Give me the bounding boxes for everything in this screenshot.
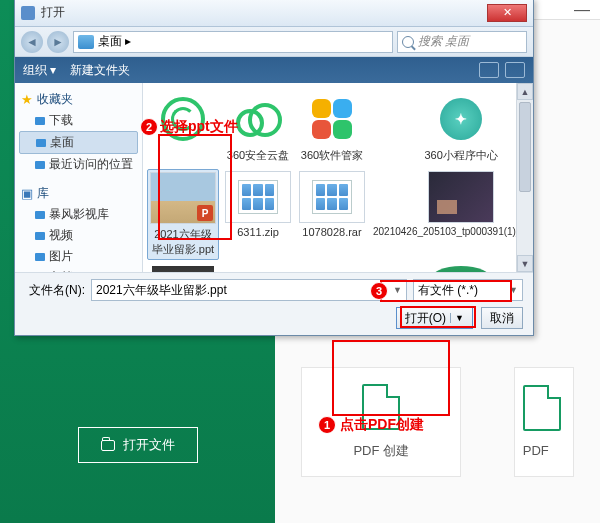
file-item-cut[interactable] — [223, 264, 293, 272]
file-item[interactable]: 20210426_205103_tp000391(1)_0.mp4 — [371, 169, 516, 260]
lib-icon — [35, 253, 45, 261]
nav-back-icon[interactable]: ◄ — [21, 31, 43, 53]
star-icon: ★ — [21, 92, 33, 107]
breadcrumb[interactable]: 桌面 ▸ — [73, 31, 393, 53]
scroll-down-icon[interactable]: ▼ — [517, 255, 533, 272]
sidebar-favorites[interactable]: ★收藏夹 — [19, 89, 138, 110]
file-item-cut[interactable] — [297, 264, 367, 272]
open-file-label: 打开文件 — [123, 436, 175, 454]
open-file-button[interactable]: 打开文件 — [78, 427, 198, 463]
dialog-icon — [21, 6, 35, 20]
sidebar-fav-label: 收藏夹 — [37, 91, 73, 108]
file-label: 6311.zip — [237, 226, 279, 238]
manager-icon — [312, 99, 352, 139]
pdf-icon — [523, 385, 561, 431]
sidebar-item-label: 暴风影视库 — [49, 206, 109, 223]
annotation-box-open — [400, 306, 476, 328]
dialog-titlebar[interactable]: 打开 ✕ — [15, 0, 533, 27]
sidebar-item-desktop[interactable]: 桌面 — [19, 131, 138, 154]
file-item[interactable]: ✦360小程序中心 — [371, 91, 516, 165]
desktop-small-icon — [36, 139, 46, 147]
pdf-create-label: PDF 创建 — [353, 442, 409, 460]
annotation-3: 3 — [370, 282, 388, 300]
sidebar-item-label: 图片 — [49, 248, 73, 265]
file-label: 360小程序中心 — [424, 148, 497, 163]
dialog-toolbar: 组织 ▾ 新建文件夹 — [15, 57, 533, 83]
file-item-cut[interactable] — [147, 264, 219, 272]
sidebar-item-label: 视频 — [49, 227, 73, 244]
window-controls: ✕ — [487, 4, 527, 22]
library-icon: ▣ — [21, 186, 33, 201]
close-button[interactable]: ✕ — [487, 4, 527, 22]
annotation-box-card — [332, 340, 450, 416]
cancel-button[interactable]: 取消 — [481, 307, 523, 329]
breadcrumb-text: 桌面 ▸ — [98, 33, 131, 50]
filename-label: 文件名(N): — [25, 282, 85, 299]
folder-icon — [101, 440, 115, 451]
download-icon — [35, 117, 45, 125]
sidebar-item-pictures[interactable]: 图片 — [19, 246, 138, 267]
annotation-box-filter — [380, 280, 512, 302]
video-thumb — [429, 172, 493, 222]
sidebar-item-videos[interactable]: 视频 — [19, 225, 138, 246]
annotation-1-text: 点击PDF创建 — [340, 416, 424, 434]
cloud-icon — [234, 101, 282, 137]
sidebar-libs-label: 库 — [37, 185, 49, 202]
file-label: 360软件管家 — [301, 148, 363, 163]
annotation-2: 2 选择ppt文件 — [140, 118, 238, 136]
sidebar-libraries[interactable]: ▣库 — [19, 183, 138, 204]
scroll-thumb[interactable] — [519, 102, 531, 192]
file-item-cut[interactable] — [371, 264, 516, 272]
organize-button[interactable]: 组织 ▾ — [23, 62, 56, 79]
dialog-nav: ◄ ► 桌面 ▸ 搜索 桌面 — [15, 27, 533, 57]
pdf-card-partial[interactable]: PDF — [514, 367, 574, 477]
sidebar-item-label: 最近访问的位置 — [49, 156, 133, 173]
sidebar: ★收藏夹 下载 桌面 最近访问的位置 ▣库 暴风影视库 视频 图片 文档 音乐 — [15, 83, 143, 272]
file-label: 360安全云盘 — [227, 148, 289, 163]
badge-2-icon: 2 — [140, 118, 158, 136]
search-icon — [402, 36, 414, 48]
pdf-label: PDF — [523, 443, 549, 458]
scroll-up-icon[interactable]: ▲ — [517, 83, 533, 100]
search-placeholder: 搜索 桌面 — [418, 33, 469, 50]
sidebar-item-label: 桌面 — [50, 134, 74, 151]
view-icon[interactable] — [479, 62, 499, 78]
scrollbar[interactable]: ▲ ▼ — [516, 83, 533, 272]
lib-icon — [35, 232, 45, 240]
help-icon[interactable] — [505, 62, 525, 78]
file-label: 1078028.rar — [302, 226, 361, 238]
rar-icon — [312, 180, 352, 214]
zip-icon — [238, 180, 278, 214]
filename-value: 2021六年级毕业留影.ppt — [96, 282, 227, 299]
file-item[interactable]: 360软件管家 — [297, 91, 367, 165]
annotation-box-ppt — [158, 134, 232, 240]
new-folder-button[interactable]: 新建文件夹 — [70, 62, 130, 79]
annotation-2-text: 选择ppt文件 — [160, 118, 238, 136]
scroll-track[interactable] — [517, 100, 533, 255]
sidebar-item-recent[interactable]: 最近访问的位置 — [19, 154, 138, 175]
sidebar-item-downloads[interactable]: 下载 — [19, 110, 138, 131]
miniprogram-icon: ✦ — [440, 98, 482, 140]
file-thumb-cut — [152, 266, 214, 272]
nav-fwd-icon[interactable]: ► — [47, 31, 69, 53]
file-label: 20210426_205103_tp000391(1)_0.mp4 — [373, 226, 516, 237]
minimize-icon[interactable]: — — [574, 1, 590, 19]
badge-1-icon: 1 — [318, 416, 336, 434]
sidebar-item-label: 下载 — [49, 112, 73, 129]
dialog-body: ★收藏夹 下载 桌面 最近访问的位置 ▣库 暴风影视库 视频 图片 文档 音乐 … — [15, 83, 533, 272]
file-item[interactable]: 6311.zip — [223, 169, 293, 260]
dialog-title: 打开 — [41, 4, 65, 21]
filename-input[interactable]: 2021六年级毕业留影.ppt▼ — [91, 279, 407, 301]
annotation-1: 1 点击PDF创建 — [318, 416, 424, 434]
desktop-icon — [78, 35, 94, 49]
sidebar-item-baofeng[interactable]: 暴风影视库 — [19, 204, 138, 225]
badge-3-icon: 3 — [370, 282, 388, 300]
search-input[interactable]: 搜索 桌面 — [397, 31, 527, 53]
cancel-button-label: 取消 — [490, 310, 514, 327]
recent-icon — [35, 161, 45, 169]
file-item[interactable]: 1078028.rar — [297, 169, 367, 260]
lib-icon — [35, 211, 45, 219]
